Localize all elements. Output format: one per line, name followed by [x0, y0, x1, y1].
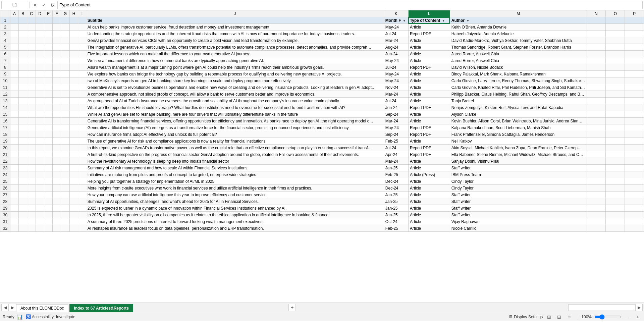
cell-P18[interactable] — [625, 131, 644, 138]
cell-J28[interactable]: Summary of AI opportunities, challenges,… — [86, 198, 384, 205]
cell-C32[interactable] — [27, 225, 36, 232]
cell-F8[interactable] — [53, 64, 61, 71]
cell-P26[interactable] — [625, 185, 644, 192]
cell-B12[interactable] — [19, 91, 27, 98]
col-header-O[interactable]: O — [606, 10, 625, 17]
cell-A4[interactable] — [10, 37, 19, 44]
cell-O28[interactable] — [606, 198, 625, 205]
cell-K15[interactable]: Sep-24 — [384, 111, 408, 118]
cell-P10[interactable] — [625, 77, 644, 84]
cell-I17[interactable] — [78, 124, 86, 131]
cell-M32[interactable]: Nicole Carrillo — [450, 225, 587, 232]
cell-E27[interactable] — [44, 192, 53, 198]
cell-I31[interactable] — [78, 218, 86, 225]
cell-M9[interactable]: Binoy Palakkal, Mark Shank, Kalpana Rama… — [450, 71, 587, 77]
cell-B26[interactable] — [19, 185, 27, 192]
tab-nav-prev[interactable]: ◀ — [1, 304, 9, 311]
accessibility-status[interactable]: ♿ Accessibility: Investigate — [25, 314, 75, 319]
cell-D21[interactable] — [36, 151, 44, 158]
cell-L4[interactable]: Article — [408, 37, 450, 44]
cell-B4[interactable] — [19, 37, 27, 44]
cell-P13[interactable] — [625, 98, 644, 104]
cell-G23[interactable] — [61, 165, 70, 171]
cell-I28[interactable] — [78, 198, 86, 205]
cell-P4[interactable] — [625, 37, 644, 44]
cell-A13[interactable] — [10, 98, 19, 104]
cell-O3[interactable] — [606, 31, 625, 37]
cell-E23[interactable] — [44, 165, 53, 171]
cell-I26[interactable] — [78, 185, 86, 192]
cell-C20[interactable] — [27, 145, 36, 151]
col-header-H[interactable]: H — [69, 10, 78, 17]
cell-I15[interactable] — [78, 111, 86, 118]
cell-P16[interactable] — [625, 118, 644, 124]
cell-C23[interactable] — [27, 165, 36, 171]
cell-E11[interactable] — [44, 84, 53, 91]
cell-D24[interactable] — [36, 171, 44, 178]
cell-C10[interactable] — [27, 77, 36, 84]
cell-N27[interactable] — [587, 192, 606, 198]
cell-J27[interactable]: How your company can use artificial inte… — [86, 192, 384, 198]
cell-G17[interactable] — [61, 124, 70, 131]
add-sheet-button[interactable]: + — [288, 304, 296, 311]
cell-F19[interactable] — [53, 138, 61, 145]
cell-H4[interactable] — [69, 37, 78, 44]
cell-A29[interactable] — [10, 205, 19, 212]
cell-L32[interactable]: Article — [408, 225, 450, 232]
cell-J30[interactable]: In 2025, there will be greater visibilit… — [86, 212, 384, 218]
cell-H5[interactable] — [69, 44, 78, 51]
cell-G19[interactable] — [61, 138, 70, 145]
cell-A25[interactable] — [10, 178, 19, 185]
cell-K19[interactable]: Feb-25 — [384, 138, 408, 145]
cell-N2[interactable] — [587, 24, 606, 31]
cell-B6[interactable] — [19, 51, 27, 57]
cell-B18[interactable] — [19, 131, 27, 138]
cell-K18[interactable]: Sep-24 — [384, 131, 408, 138]
cell-N28[interactable] — [587, 198, 606, 205]
cell-N23[interactable] — [587, 165, 606, 171]
cell-C27[interactable] — [27, 192, 36, 198]
col-header-N[interactable]: N — [587, 10, 606, 17]
cell-N7[interactable] — [587, 57, 606, 64]
cell-A10[interactable] — [10, 77, 19, 84]
cell-A27[interactable] — [10, 192, 19, 198]
cell-I27[interactable] — [78, 192, 86, 198]
cell-M10[interactable]: Carlo Giovine, Larry Lerner, Renny Thoma… — [450, 77, 587, 84]
cell-L13[interactable]: Article — [408, 98, 450, 104]
cell-F15[interactable] — [53, 111, 61, 118]
cell-E32[interactable] — [44, 225, 53, 232]
cell-J15[interactable]: While AI and genAI are set to reshape ba… — [86, 111, 384, 118]
cell-I16[interactable] — [78, 118, 86, 124]
cell-J21[interactable]: A first-of-its-kind perspective on the p… — [86, 151, 384, 158]
cell-A17[interactable] — [10, 124, 19, 131]
cell-E16[interactable] — [44, 118, 53, 124]
cell-E3[interactable] — [44, 31, 53, 37]
cell-B22[interactable] — [19, 158, 27, 165]
cell-M17[interactable]: Kalpana Ramakrishnan, Scott Lieberman, M… — [450, 124, 587, 131]
cell-G5[interactable] — [61, 44, 70, 51]
cell-L15[interactable]: Article — [408, 111, 450, 118]
cell-D31[interactable] — [36, 218, 44, 225]
cell-L11[interactable]: Article — [408, 84, 450, 91]
cell-O5[interactable] — [606, 44, 625, 51]
cell-J10[interactable]: two of McKinsey's experts on gen AI in b… — [86, 77, 384, 84]
cell-H21[interactable] — [69, 151, 78, 158]
cell-F26[interactable] — [53, 185, 61, 192]
zoom-slider[interactable] — [594, 314, 621, 320]
filter-arrow-L[interactable]: ▼ — [442, 19, 445, 22]
cell-C19[interactable] — [27, 138, 36, 145]
cell-I25[interactable] — [78, 178, 86, 185]
cell-B11[interactable] — [19, 84, 27, 91]
cell-B27[interactable] — [19, 192, 27, 198]
cell-H16[interactable] — [69, 118, 78, 124]
cell-G28[interactable] — [61, 198, 70, 205]
cell-B13[interactable] — [19, 98, 27, 104]
cell-B32[interactable] — [19, 225, 27, 232]
cell-H15[interactable] — [69, 111, 78, 118]
filter-arrow-K[interactable]: ▼ — [403, 19, 406, 22]
cell-G2[interactable] — [61, 24, 70, 31]
cell-M7[interactable]: Jared Rorrer, Auswell Chia — [450, 57, 587, 64]
cell-E30[interactable] — [44, 212, 53, 218]
cell-C30[interactable] — [27, 212, 36, 218]
cell-E24[interactable] — [44, 171, 53, 178]
